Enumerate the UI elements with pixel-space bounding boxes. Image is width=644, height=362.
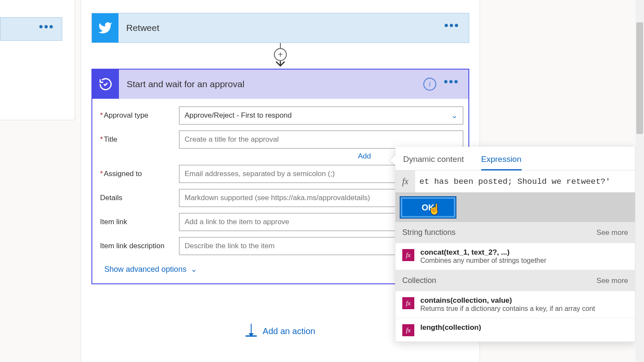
twitter-icon xyxy=(92,13,118,43)
retweet-card-header[interactable]: Retweet ••• xyxy=(92,13,469,43)
flyout-tabs: Dynamic content Expression xyxy=(395,147,635,170)
approval-type-label: *Approval type xyxy=(97,111,179,120)
section-title: Collection xyxy=(402,276,436,285)
fn-signature: contains(collection, value) xyxy=(420,296,595,305)
ok-row: OK ☝ xyxy=(395,193,635,222)
tab-dynamic-content[interactable]: Dynamic content xyxy=(403,151,464,170)
approval-type-value: Approve/Reject - First to respond xyxy=(185,111,292,120)
scrollbar-thumb[interactable] xyxy=(636,22,643,134)
vertical-scrollbar[interactable] xyxy=(635,0,644,362)
ellipsis-icon[interactable]: ••• xyxy=(444,25,459,30)
cursor-icon: ☝ xyxy=(428,203,441,215)
flow-connector: + xyxy=(86,43,474,69)
see-more-link[interactable]: See more xyxy=(596,228,628,237)
retweet-card-title: Retweet xyxy=(118,23,469,33)
fx-icon: fx xyxy=(402,324,414,336)
title-row: *Title Create a title for the approval xyxy=(97,131,463,149)
assigned-to-label: *Assigned to xyxy=(97,170,179,178)
retweet-action-card[interactable]: Retweet ••• xyxy=(91,13,469,43)
title-input[interactable]: Create a title for the approval xyxy=(179,131,463,149)
expression-input[interactable] xyxy=(415,170,635,192)
fn-text: length(collection) xyxy=(420,323,481,332)
expression-flyout: Dynamic content Expression fx OK ☝ Strin… xyxy=(395,147,635,342)
see-more-link[interactable]: See more xyxy=(596,277,628,285)
fn-signature: length(collection) xyxy=(420,323,481,332)
fn-description: Returns true if a dictionary contains a … xyxy=(420,305,595,313)
chevron-down-icon: ⌄ xyxy=(451,111,458,120)
fn-text: contains(collection, value) Returns true… xyxy=(420,296,595,313)
fn-concat[interactable]: fx concat(text_1, text_2?, ...) Combines… xyxy=(395,243,635,270)
connector-line xyxy=(280,43,281,48)
fn-contains[interactable]: fx contains(collection, value) Returns t… xyxy=(395,291,635,318)
flyout-caret-icon xyxy=(390,155,396,165)
details-label: Details xyxy=(97,194,179,202)
approval-icon xyxy=(92,70,119,99)
approval-type-row: *Approval type Approve/Reject - First to… xyxy=(97,106,463,125)
fn-description: Combines any number of strings together xyxy=(420,257,546,265)
section-string-functions: String functions See more xyxy=(395,222,635,243)
add-action-label: Add an action xyxy=(263,326,315,336)
fx-icon: fx xyxy=(395,170,415,192)
add-step-button[interactable]: + xyxy=(274,48,287,61)
chevron-down-icon: ⌄ xyxy=(191,265,197,274)
fn-signature: concat(text_1, text_2?, ...) xyxy=(420,248,546,257)
info-icon[interactable]: i xyxy=(423,78,436,91)
tab-expression[interactable]: Expression xyxy=(481,151,522,170)
ellipsis-icon[interactable]: ••• xyxy=(444,82,459,87)
title-label: *Title xyxy=(97,135,179,144)
fx-icon: fx xyxy=(402,297,414,309)
approval-type-dropdown[interactable]: Approve/Reject - First to respond ⌄ xyxy=(179,106,463,125)
fn-text: concat(text_1, text_2?, ...) Combines an… xyxy=(420,248,546,265)
arrow-down-icon xyxy=(276,61,285,67)
fx-icon: fx xyxy=(402,249,414,261)
item-link-desc-label: Item link description xyxy=(97,242,179,250)
section-title: String functions xyxy=(402,228,456,237)
fn-length[interactable]: fx length(collection) xyxy=(395,318,635,342)
approval-card-header[interactable]: Start and wait for an approval i ••• xyxy=(92,70,468,99)
ellipsis-icon[interactable]: ••• xyxy=(39,27,54,32)
expression-row: fx xyxy=(395,170,635,193)
section-collection: Collection See more xyxy=(395,270,635,291)
partial-action-card[interactable]: ••• xyxy=(0,17,62,41)
ok-button[interactable]: OK ☝ xyxy=(401,197,456,218)
item-link-label: Item link xyxy=(97,218,179,226)
approval-card-title: Start and wait for an approval xyxy=(119,79,468,89)
add-action-icon xyxy=(246,325,257,337)
